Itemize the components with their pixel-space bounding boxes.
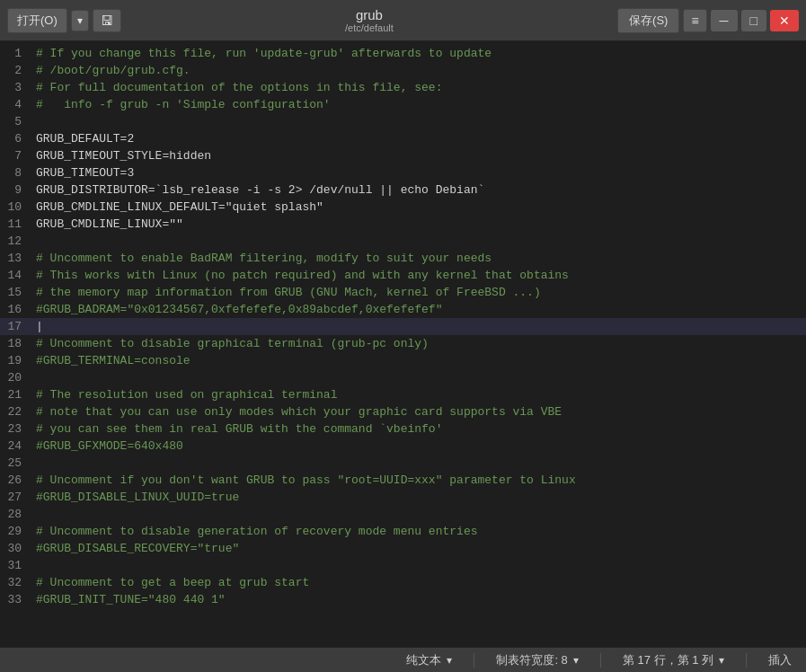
- line-number: 27: [0, 489, 29, 506]
- title-bar: 打开(O) ▾ 🖫 grub /etc/default 保存(S) ≡ ─ □ …: [0, 0, 806, 41]
- title-bar-left: 打开(O) ▾ 🖫: [7, 8, 121, 33]
- table-row: 3# For full documentation of the options…: [0, 79, 806, 96]
- line-number: 28: [0, 506, 29, 523]
- table-row: 19#GRUB_TERMINAL=console: [0, 352, 806, 369]
- line-content: GRUB_DISTRIBUTOR=`lsb_release -i -s 2> /…: [29, 181, 492, 199]
- title-bar-right: 保存(S) ≡ ─ □ ✕: [617, 8, 799, 33]
- line-number: 10: [0, 199, 29, 216]
- position-status: 第 17 行，第 1 列 ▾: [623, 652, 724, 668]
- line-number: 1: [0, 45, 29, 62]
- line-number: 23: [0, 420, 29, 438]
- line-number: 24: [0, 438, 29, 455]
- pin-button[interactable]: 🖫: [93, 9, 121, 32]
- table-row: 2# /boot/grub/grub.cfg.: [0, 62, 806, 79]
- table-row: 11GRUB_CMDLINE_LINUX="": [0, 216, 806, 233]
- line-content: # Uncomment to disable generation of rec…: [29, 523, 484, 540]
- table-row: 21# The resolution used on graphical ter…: [0, 386, 806, 403]
- status-divider-1: [474, 653, 474, 668]
- editor-area[interactable]: 1# If you change this file, run 'update-…: [0, 41, 806, 647]
- table-row: 33#GRUB_INIT_TUNE="480 440 1": [0, 591, 806, 608]
- open-button[interactable]: 打开(O): [7, 8, 67, 33]
- code-container[interactable]: 1# If you change this file, run 'update-…: [0, 41, 806, 647]
- table-row: 17: [0, 318, 806, 335]
- line-content: # Uncomment to get a beep at grub start: [29, 574, 316, 591]
- table-row: 13# Uncomment to enable BadRAM filtering…: [0, 250, 806, 267]
- line-content: # info -f grub -n 'Simple configuration': [29, 96, 338, 113]
- tab-width-status[interactable]: 制表符宽度: 8 ▾: [496, 652, 578, 668]
- plain-text-status[interactable]: 纯文本 ▾: [406, 652, 452, 668]
- table-row: 27#GRUB_DISABLE_LINUX_UUID=true: [0, 489, 806, 506]
- line-content: GRUB_TIMEOUT_STYLE=hidden: [29, 147, 218, 164]
- minimize-button[interactable]: ─: [711, 10, 738, 31]
- line-content: [29, 455, 43, 472]
- table-row: 14# This works with Linux (no patch requ…: [0, 267, 806, 284]
- maximize-button[interactable]: □: [741, 10, 766, 31]
- table-row: 31: [0, 557, 806, 574]
- line-content: [29, 233, 43, 250]
- line-number: 9: [0, 181, 29, 199]
- line-content: # Uncomment if you don't want GRUB to pa…: [29, 472, 583, 489]
- line-content: #GRUB_DISABLE_LINUX_UUID=true: [29, 489, 246, 506]
- insert-status: 插入: [768, 652, 792, 668]
- tab-width-label: 制表符宽度: 8: [496, 652, 567, 668]
- line-number: 17: [0, 318, 29, 335]
- table-row: 26# Uncomment if you don't want GRUB to …: [0, 472, 806, 489]
- table-row: 25: [0, 455, 806, 472]
- save-button[interactable]: 保存(S): [617, 8, 679, 33]
- close-button[interactable]: ✕: [770, 10, 799, 31]
- line-content: GRUB_TIMEOUT=3: [29, 164, 141, 181]
- tab-width-dropdown[interactable]: ▾: [573, 654, 579, 667]
- table-row: 22# note that you can use only modes whi…: [0, 403, 806, 420]
- plain-text-dropdown[interactable]: ▾: [447, 654, 452, 667]
- title-center: grub /etc/default: [121, 7, 617, 33]
- table-row: 7GRUB_TIMEOUT_STYLE=hidden: [0, 147, 806, 164]
- table-row: 10GRUB_CMDLINE_LINUX_DEFAULT="quiet spla…: [0, 199, 806, 216]
- line-content: #GRUB_GFXMODE=640x480: [29, 438, 190, 455]
- line-content: #GRUB_INIT_TUNE="480 440 1": [29, 591, 233, 608]
- line-number: 7: [0, 147, 29, 164]
- table-row: 20: [0, 369, 806, 386]
- line-number: 11: [0, 216, 29, 233]
- line-number: 13: [0, 250, 29, 267]
- table-row: 30#GRUB_DISABLE_RECOVERY="true": [0, 540, 806, 557]
- line-content: GRUB_DEFAULT=2: [29, 130, 141, 147]
- line-number: 32: [0, 574, 29, 591]
- status-divider-2: [600, 653, 601, 668]
- table-row: 23# you can see them in real GRUB with t…: [0, 420, 806, 438]
- position-dropdown[interactable]: ▾: [719, 654, 724, 667]
- line-number: 3: [0, 79, 29, 96]
- line-number: 20: [0, 369, 29, 386]
- line-number: 30: [0, 540, 29, 557]
- table-row: 5: [0, 113, 806, 130]
- line-number: 19: [0, 352, 29, 369]
- table-row: 28: [0, 506, 806, 523]
- line-number: 5: [0, 113, 29, 130]
- line-content: #GRUB_BADRAM="0x01234567,0xfefefefe,0x89…: [29, 301, 449, 318]
- open-dropdown-button[interactable]: ▾: [71, 10, 89, 31]
- line-number: 8: [0, 164, 29, 181]
- table-row: 18# Uncomment to disable graphical termi…: [0, 335, 806, 352]
- table-row: 4# info -f grub -n 'Simple configuration…: [0, 96, 806, 113]
- line-number: 14: [0, 267, 29, 284]
- menu-button[interactable]: ≡: [683, 9, 706, 32]
- table-row: 29# Uncomment to disable generation of r…: [0, 523, 806, 540]
- plain-text-label: 纯文本: [406, 652, 441, 668]
- line-content: #GRUB_TERMINAL=console: [29, 352, 198, 369]
- table-row: 1# If you change this file, run 'update-…: [0, 45, 806, 62]
- line-number: 16: [0, 301, 29, 318]
- table-row: 9GRUB_DISTRIBUTOR=`lsb_release -i -s 2> …: [0, 181, 806, 199]
- line-content: # The resolution used on graphical termi…: [29, 386, 344, 403]
- line-content: # the memory map information from GRUB (…: [29, 284, 548, 301]
- line-number: 21: [0, 386, 29, 403]
- line-content: [29, 557, 43, 574]
- line-number: 12: [0, 233, 29, 250]
- line-number: 22: [0, 403, 29, 420]
- table-row: 24#GRUB_GFXMODE=640x480: [0, 438, 806, 455]
- line-content: GRUB_CMDLINE_LINUX_DEFAULT="quiet splash…: [29, 199, 331, 216]
- line-content: # Uncomment to enable BadRAM filtering, …: [29, 250, 499, 267]
- table-row: 15# the memory map information from GRUB…: [0, 284, 806, 301]
- line-content: #GRUB_DISABLE_RECOVERY="true": [29, 540, 246, 557]
- window-title: grub: [121, 7, 617, 22]
- line-content: GRUB_CMDLINE_LINUX="": [29, 216, 190, 233]
- status-divider-3: [746, 653, 747, 668]
